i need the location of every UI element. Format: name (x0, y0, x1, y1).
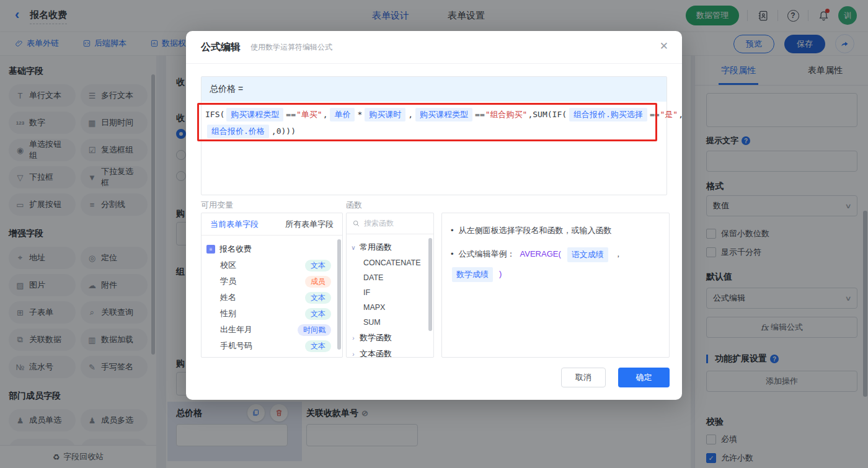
variable-type-badge: 文本 (305, 292, 331, 304)
variable-type-badge: 文本 (305, 340, 331, 352)
tab-current-form-fields[interactable]: 当前表单字段 (210, 219, 259, 230)
hint-text: ， (614, 247, 622, 261)
function-group-name: 数学函数 (360, 332, 392, 343)
formula-token: IFS( (205, 110, 224, 119)
function-group[interactable]: ›文本函数 (350, 346, 430, 358)
formula-token: == (475, 110, 485, 119)
formula-token: "单买" (296, 109, 322, 120)
modal-subtitle: 使用数学运算符编辑公式 (250, 42, 332, 53)
function-group[interactable]: ∨常用函数 (350, 239, 430, 255)
field-chip-token[interactable]: 组合报价.价格 (207, 125, 269, 138)
field-chip-token[interactable]: 购买课时 (365, 108, 405, 121)
function-search[interactable]: 搜索函数 (347, 213, 433, 234)
formula-target: 总价格 = (202, 77, 666, 102)
hint-text: ) (499, 267, 502, 281)
variable-row[interactable]: 学员成员 (206, 273, 337, 289)
variable-name: 姓名 (220, 292, 236, 303)
chevron-down-icon: ∨ (350, 244, 356, 251)
form-doc-icon: ≡ (206, 245, 215, 254)
form-tree-root[interactable]: ≡ 报名收费 (206, 241, 337, 257)
cancel-button[interactable]: 取消 (561, 368, 606, 387)
variable-type-badge: 成员 (305, 276, 331, 288)
hint-example-line: •公式编辑举例：AVERAGE(语文成绩，数学成绩) (451, 247, 660, 282)
formula-token: "是" (660, 109, 678, 120)
variable-type-badge: 文本 (305, 260, 331, 272)
formula-token: == (650, 110, 660, 119)
formula-token: == (286, 110, 296, 119)
formula-hints: •从左侧面板选择字段名和函数，或输入函数•公式编辑举例：AVERAGE(语文成绩… (441, 213, 670, 358)
search-placeholder: 搜索函数 (364, 218, 394, 229)
tab-all-form-fields[interactable]: 所有表单字段 (285, 219, 334, 230)
field-chip-token[interactable]: 购买课程类型 (226, 108, 283, 121)
formula-line: IFS(购买课程类型=="单买",单价*购买课时,购买课程类型=="组合购买",… (205, 106, 653, 123)
variable-name: 出生年月 (220, 324, 252, 335)
hint-text: 从左侧面板选择字段名和函数，或输入函数 (459, 224, 612, 237)
hint-text: 公式编辑举例： (459, 247, 515, 261)
variable-row[interactable]: 出生年月时间戳 (206, 322, 337, 338)
formula-expression[interactable]: IFS(购买课程类型=="单买",单价*购买课时,购买课程类型=="组合购买",… (205, 106, 653, 139)
variable-name: 校区 (220, 260, 236, 271)
modal-title: 公式编辑 (201, 41, 241, 54)
variable-name: 性别 (220, 308, 236, 319)
chevron-right-icon: › (350, 351, 356, 358)
chevron-right-icon: › (350, 335, 356, 342)
variable-name: 学员 (220, 276, 236, 287)
modal-header: 公式编辑 使用数学运算符编辑公式 ✕ (186, 31, 682, 64)
variable-row[interactable]: 手机号码文本 (206, 338, 337, 354)
field-chip-token[interactable]: 组合报价.购买选择 (569, 108, 647, 121)
example-field-chip: 数学成绩 (452, 267, 493, 282)
formula-token: ,0))) (272, 126, 296, 136)
functions-label: 函数 (346, 200, 362, 211)
function-group-name: 文本函数 (360, 348, 392, 358)
formula-token: "组合购买" (485, 109, 528, 120)
functions-scrollbar[interactable] (428, 238, 432, 331)
function-item[interactable]: MAPX (350, 300, 430, 315)
variable-row[interactable]: 性别文本 (206, 306, 337, 322)
functions-panel: 搜索函数 ∨常用函数CONCATENATEDATEIFMAPXSUM›数学函数›… (346, 213, 434, 358)
example-field-chip: 语文成绩 (567, 247, 608, 262)
function-item[interactable]: DATE (350, 270, 430, 285)
search-icon (352, 219, 360, 227)
function-item[interactable]: IF (350, 285, 430, 300)
formula-token: * (357, 110, 362, 119)
confirm-button[interactable]: 确定 (618, 368, 670, 387)
function-item[interactable]: SUM (350, 315, 430, 330)
variable-type-badge: 时间戳 (298, 324, 331, 336)
formula-token: , (323, 110, 328, 119)
bullet-icon: • (451, 224, 454, 237)
formula-editor-modal: 公式编辑 使用数学运算符编辑公式 ✕ 总价格 = IFS(购买课程类型=="单买… (186, 31, 682, 400)
formula-line: 组合报价.价格,0))) (205, 123, 653, 139)
variables-label: 可用变量 (201, 200, 233, 211)
function-group[interactable]: ›数学函数 (350, 330, 430, 346)
variable-name: 手机号码 (220, 340, 252, 351)
variables-panel: 当前表单字段 所有表单字段 ≡ 报名收费 校区文本学员成员姓名文本性别文本出生年… (201, 213, 343, 358)
variable-row[interactable]: 姓名文本 (206, 289, 337, 306)
formula-token: ,SUM(IF( (528, 110, 567, 119)
bullet-icon: • (451, 247, 454, 261)
function-item[interactable]: CONCATENATE (350, 255, 430, 270)
variable-row[interactable]: 校区文本 (206, 257, 337, 273)
hint-line: •从左侧面板选择字段名和函数，或输入函数 (451, 224, 660, 237)
field-chip-token[interactable]: 购买课程类型 (415, 108, 472, 121)
field-chip-token[interactable]: 单价 (330, 108, 355, 121)
variables-tabs: 当前表单字段 所有表单字段 (202, 213, 342, 236)
variable-type-badge: 文本 (305, 308, 331, 320)
close-icon[interactable]: ✕ (660, 40, 668, 53)
function-group-name: 常用函数 (360, 242, 392, 253)
formula-token: , (408, 110, 413, 119)
formula-token: , (678, 110, 683, 119)
hint-text: AVERAGE( (520, 247, 561, 261)
variables-scrollbar[interactable] (337, 239, 341, 350)
